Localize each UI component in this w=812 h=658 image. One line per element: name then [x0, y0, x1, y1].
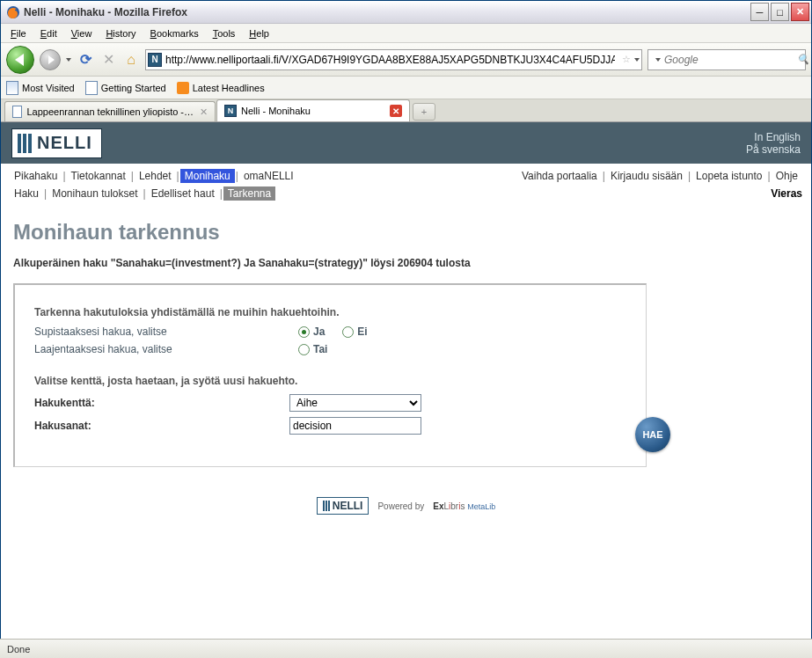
page-content: NELLI In English På svenska Pikahaku| Ti…	[1, 122, 811, 523]
menu-bar: File Edit View History Bookmarks Tools H…	[1, 24, 811, 43]
bookmark-most-visited[interactable]: Most Visited	[6, 81, 75, 95]
menu-view[interactable]: View	[65, 26, 99, 40]
search-bar[interactable]: 🔍	[647, 49, 806, 70]
search-go-icon[interactable]: 🔍	[797, 54, 809, 65]
forward-button[interactable]	[40, 49, 61, 70]
bookmark-label: Most Visited	[22, 83, 75, 93]
hae-submit-button[interactable]: HAE	[635, 417, 670, 452]
lang-swedish-link[interactable]: På svenska	[746, 143, 801, 156]
powered-by-text: Powered by	[377, 501, 424, 511]
tab-strip: Lappeenrannan teknillinen yliopisto - Te…	[1, 99, 811, 122]
subnav-tarkenna[interactable]: Tarkenna	[223, 186, 275, 201]
nav-pikahaku[interactable]: Pikahaku	[10, 169, 62, 183]
search-field-select[interactable]: Aihe	[289, 394, 421, 412]
radio-tai-label: Tai	[313, 343, 327, 355]
sub-nav: Haku| Monihaun tulokset| Edelliset haut|…	[1, 185, 811, 206]
footer-logos: NELLI Powered by ExLibris MetaLib	[13, 497, 799, 515]
home-button[interactable]: ⌂	[122, 51, 140, 69]
site-favicon: N	[148, 53, 162, 67]
status-text: Done	[7, 644, 30, 654]
nav-omanelli[interactable]: omaNELLI	[239, 169, 298, 183]
firefox-icon	[6, 5, 20, 19]
site-favicon: N	[224, 105, 237, 117]
primary-nav: Pikahaku| Tietokannat| Lehdet| Monihaku|…	[1, 164, 811, 185]
words-label: Hakusanat:	[34, 420, 289, 432]
tab-label: Nelli - Monihaku	[241, 106, 311, 116]
nav-lehdet[interactable]: Lehdet	[135, 169, 176, 183]
url-dropdown-icon[interactable]	[634, 58, 640, 62]
back-button[interactable]	[6, 46, 34, 74]
subnav-edelliset[interactable]: Edelliset haut	[147, 186, 219, 201]
menu-help[interactable]: Help	[243, 26, 275, 40]
nav-toolbar: ⟳ ✕ ⌂ N ☆ 🔍	[1, 43, 811, 77]
lang-english-link[interactable]: In English	[746, 131, 801, 143]
field-label: Hakukenttä:	[34, 397, 289, 409]
form-hint-2: Valitse kenttä, josta haetaan, ja syötä …	[34, 375, 626, 387]
browser-tab-1[interactable]: Lappeenrannan teknillinen yliopisto - Te…	[4, 101, 216, 121]
tab-close-icon[interactable]: ✕	[390, 105, 402, 117]
browser-tab-2[interactable]: N Nelli - Monihaku ✕	[216, 99, 410, 121]
maximize-button[interactable]: □	[771, 3, 789, 21]
radio-ei-label: Ei	[357, 325, 367, 338]
bookmark-getting-started[interactable]: Getting Started	[85, 81, 166, 95]
history-dropdown-icon[interactable]	[66, 58, 71, 62]
site-header: NELLI In English På svenska	[1, 122, 811, 164]
expand-label: Laajentaaksesi hakua, valitse	[34, 343, 298, 355]
window-close-button[interactable]: ✕	[791, 3, 809, 21]
menu-edit[interactable]: Edit	[34, 26, 63, 40]
nav-tietokannat[interactable]: Tietokannat	[67, 169, 130, 183]
nav-vaihda-portaalia[interactable]: Vaihda portaalia	[517, 169, 602, 183]
window-title: Nelli - Monihaku - Mozilla Firefox	[24, 6, 750, 18]
nelli-logo[interactable]: NELLI	[11, 128, 102, 158]
minimize-button[interactable]: ─	[750, 3, 769, 21]
page-icon	[12, 106, 22, 118]
bookmark-latest-headlines[interactable]: Latest Headlines	[177, 82, 265, 94]
new-tab-button[interactable]: +	[413, 103, 435, 121]
radio-ja-label: Ja	[313, 325, 325, 338]
menu-file[interactable]: File	[4, 26, 33, 40]
url-input[interactable]	[162, 54, 618, 66]
nav-ohje[interactable]: Ohje	[772, 169, 802, 183]
page-title: Monihaun tarkennus	[13, 220, 799, 245]
url-bar[interactable]: N ☆	[145, 49, 642, 70]
footer-nelli-logo[interactable]: NELLI	[317, 497, 369, 515]
radio-ei[interactable]	[342, 326, 354, 338]
refine-form-panel: Tarkenna hakutuloksia yhdistämällä ne mu…	[13, 283, 647, 467]
user-status: Vieras	[771, 186, 802, 201]
nav-lopeta[interactable]: Lopeta istunto	[691, 169, 766, 183]
rss-icon	[177, 82, 189, 94]
exlibris-logo[interactable]: ExLibris MetaLib	[433, 501, 495, 511]
logo-text: NELLI	[37, 133, 92, 153]
tab-close-icon[interactable]: ✕	[200, 106, 208, 118]
bookmark-star-icon[interactable]: ☆	[618, 54, 634, 65]
bookmark-label: Latest Headlines	[193, 83, 265, 93]
subnav-tulokset[interactable]: Monihaun tulokset	[48, 186, 142, 201]
nav-kirjaudu[interactable]: Kirjaudu sisään	[606, 169, 687, 183]
form-hint-1: Tarkenna hakutuloksia yhdistämällä ne mu…	[34, 306, 626, 318]
subnav-haku[interactable]: Haku	[10, 186, 43, 201]
menu-history[interactable]: History	[99, 26, 142, 40]
search-input[interactable]	[664, 54, 797, 66]
stop-button[interactable]: ✕	[99, 51, 117, 69]
menu-bookmarks[interactable]: Bookmarks	[144, 26, 205, 40]
menu-tools[interactable]: Tools	[207, 26, 242, 40]
reload-button[interactable]: ⟳	[77, 51, 94, 69]
bookmarks-toolbar: Most Visited Getting Started Latest Head…	[1, 77, 811, 99]
window-titlebar: Nelli - Monihaku - Mozilla Firefox ─ □ ✕	[1, 1, 811, 24]
radio-tai[interactable]	[298, 344, 310, 355]
page-icon	[85, 81, 98, 95]
nav-monihaku[interactable]: Monihaku	[180, 169, 235, 183]
search-words-input[interactable]	[289, 417, 421, 435]
language-links: In English På svenska	[746, 131, 801, 156]
page-icon	[6, 81, 18, 95]
search-engine-dropdown-icon[interactable]	[655, 58, 661, 62]
narrow-label: Supistaaksesi hakua, valitse	[34, 325, 298, 338]
radio-ja[interactable]	[298, 326, 310, 338]
status-bar: Done	[0, 639, 812, 658]
bookmark-label: Getting Started	[101, 83, 166, 93]
original-query-text: Alkuperäinen haku "Sanahaku=(investment?…	[13, 257, 799, 269]
tab-label: Lappeenrannan teknillinen yliopisto - Te…	[26, 106, 195, 117]
